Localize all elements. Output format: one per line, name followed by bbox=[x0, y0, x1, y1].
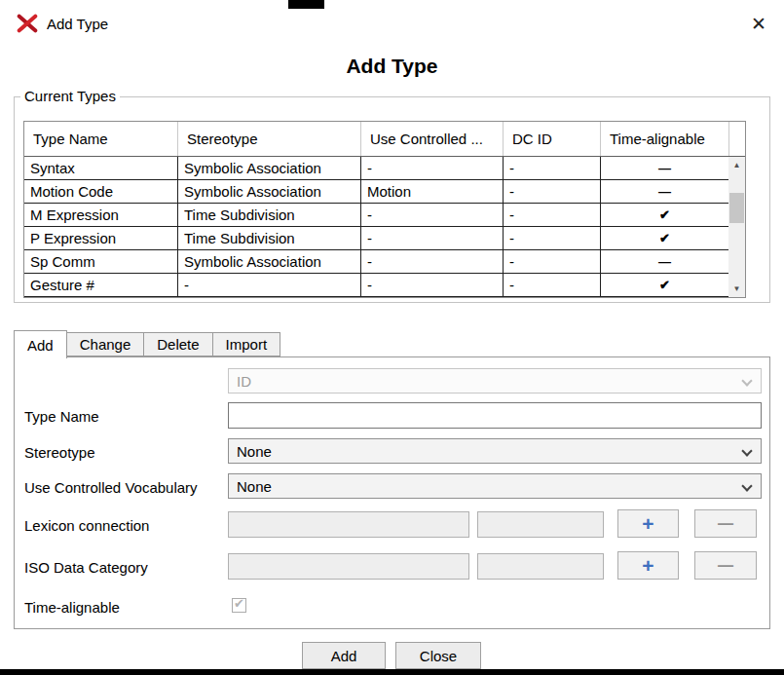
title-bar: Add Type ✕ bbox=[0, 0, 784, 47]
table-row[interactable]: M Expression Time Subdivision - - ✔ bbox=[24, 204, 745, 227]
time-alignable-cell: — bbox=[601, 180, 729, 203]
window-title: Add Type bbox=[47, 16, 108, 32]
time-alignable-cell: — bbox=[601, 250, 729, 273]
type-name-label: Type Name bbox=[24, 408, 99, 425]
type-name-cell: Motion Code bbox=[24, 180, 178, 203]
scrollbar-thumb[interactable] bbox=[729, 193, 744, 223]
iso-data-category-label: ISO Data Category bbox=[24, 559, 148, 576]
dc-id-cell: - bbox=[504, 204, 601, 226]
scroll-down-icon[interactable]: ▼ bbox=[728, 281, 745, 297]
types-table: Type Name Stereotype Use Controlled ... … bbox=[23, 121, 746, 298]
type-name-cell: Syntax bbox=[24, 157, 178, 179]
time-alignable-cell: ✔ bbox=[601, 204, 729, 226]
time-alignable-cell: ✔ bbox=[601, 274, 729, 296]
table-row[interactable]: Gesture # - - - ✔ bbox=[24, 274, 745, 297]
column-header-spacer bbox=[729, 122, 745, 156]
iso-add-button[interactable]: + bbox=[617, 551, 679, 580]
stereotype-cell: - bbox=[178, 274, 361, 296]
dc-id-cell: - bbox=[504, 180, 601, 203]
table-row[interactable]: Motion Code Symbolic Association Motion … bbox=[24, 180, 745, 204]
stereotype-dropdown[interactable]: None bbox=[228, 438, 762, 464]
add-button[interactable]: Add bbox=[302, 642, 386, 669]
type-name-cell: P Expression bbox=[24, 227, 178, 249]
check-icon: ✔ bbox=[234, 596, 244, 611]
cv-cell: - bbox=[361, 157, 504, 179]
vertical-scrollbar[interactable]: ▲ ▼ bbox=[728, 157, 745, 297]
type-name-cell: M Expression bbox=[24, 204, 178, 226]
stereotype-cell: Symbolic Association bbox=[178, 157, 361, 179]
iso-remove-button[interactable]: — bbox=[694, 551, 757, 580]
type-name-input[interactable] bbox=[228, 402, 762, 429]
stereotype-cell: Time Subdivision bbox=[178, 204, 361, 226]
cv-cell: - bbox=[361, 250, 504, 273]
current-types-label: Current Types bbox=[20, 88, 120, 104]
time-alignable-label: Time-alignable bbox=[24, 599, 120, 616]
column-header-type-name[interactable]: Type Name bbox=[24, 122, 178, 156]
minus-icon: — bbox=[718, 516, 733, 532]
lexicon-field-2 bbox=[477, 511, 604, 538]
table-row[interactable]: Syntax Symbolic Association - - — bbox=[24, 157, 745, 180]
tab-add[interactable]: Add bbox=[14, 330, 67, 358]
type-name-cell: Gesture # bbox=[24, 274, 178, 296]
dc-id-cell: - bbox=[504, 274, 601, 296]
time-alignable-checkbox: ✔ bbox=[232, 598, 246, 613]
time-alignable-cell: — bbox=[601, 157, 729, 179]
plus-icon: + bbox=[642, 513, 653, 534]
stereotype-cell: Symbolic Association bbox=[178, 250, 361, 273]
column-header-use-controlled[interactable]: Use Controlled ... bbox=[361, 122, 504, 156]
stereotype-cell: Symbolic Association bbox=[178, 180, 361, 203]
tab-bar: Add Change Delete Import bbox=[14, 329, 280, 357]
minus-icon: — bbox=[718, 558, 733, 574]
column-header-dc-id[interactable]: DC ID bbox=[504, 122, 601, 156]
stereotype-cell: Time Subdivision bbox=[178, 227, 361, 249]
stereotype-label: Stereotype bbox=[24, 444, 95, 461]
type-name-cell: Sp Comm bbox=[24, 250, 178, 273]
chevron-down-icon bbox=[741, 375, 752, 386]
dc-id-cell: - bbox=[504, 250, 601, 273]
current-types-group: Current Types Type Name Stereotype Use C… bbox=[14, 96, 770, 303]
plus-icon: + bbox=[642, 555, 653, 576]
background-strip-top bbox=[288, 0, 324, 9]
page-title: Add Type bbox=[0, 55, 784, 78]
table-header-row: Type Name Stereotype Use Controlled ... … bbox=[24, 122, 745, 157]
use-cv-dropdown[interactable]: None bbox=[228, 473, 762, 499]
id-dropdown-value: ID bbox=[237, 373, 251, 390]
add-tab-panel: ID Type Name Stereotype None Use Control… bbox=[14, 356, 770, 629]
use-cv-dropdown-value: None bbox=[237, 478, 272, 495]
id-dropdown: ID bbox=[228, 368, 762, 394]
iso-field-1 bbox=[228, 553, 469, 580]
dc-id-cell: - bbox=[504, 157, 601, 179]
iso-field-2 bbox=[477, 553, 604, 580]
cv-cell: - bbox=[361, 274, 504, 296]
table-row[interactable]: P Expression Time Subdivision - - ✔ bbox=[24, 227, 745, 250]
elan-logo-icon bbox=[17, 13, 38, 34]
cv-cell: - bbox=[361, 227, 504, 249]
lexicon-remove-button[interactable]: — bbox=[694, 509, 757, 538]
table-row[interactable]: Sp Comm Symbolic Association - - — bbox=[24, 250, 745, 274]
cv-cell: Motion bbox=[361, 180, 504, 203]
dc-id-cell: - bbox=[504, 227, 601, 249]
chevron-down-icon bbox=[741, 480, 752, 491]
cv-cell: - bbox=[361, 204, 504, 226]
column-header-time-alignable[interactable]: Time-alignable bbox=[601, 122, 729, 156]
tab-import[interactable]: Import bbox=[213, 332, 281, 356]
use-cv-label: Use Controlled Vocabulary bbox=[24, 479, 198, 496]
chevron-down-icon bbox=[741, 445, 752, 456]
tab-delete[interactable]: Delete bbox=[144, 332, 212, 356]
close-icon[interactable]: ✕ bbox=[747, 12, 770, 35]
tab-change[interactable]: Change bbox=[67, 332, 145, 356]
time-alignable-cell: ✔ bbox=[601, 227, 729, 249]
scroll-up-icon[interactable]: ▲ bbox=[728, 157, 745, 173]
stereotype-dropdown-value: None bbox=[237, 443, 272, 460]
close-button[interactable]: Close bbox=[395, 642, 481, 669]
lexicon-field-1 bbox=[228, 511, 469, 538]
add-type-dialog: Add Type ✕ Add Type Current Types Type N… bbox=[0, 0, 784, 675]
column-header-stereotype[interactable]: Stereotype bbox=[178, 122, 361, 156]
background-strip-bottom bbox=[0, 669, 784, 675]
lexicon-connection-label: Lexicon connection bbox=[24, 517, 149, 534]
lexicon-add-button[interactable]: + bbox=[617, 509, 679, 538]
